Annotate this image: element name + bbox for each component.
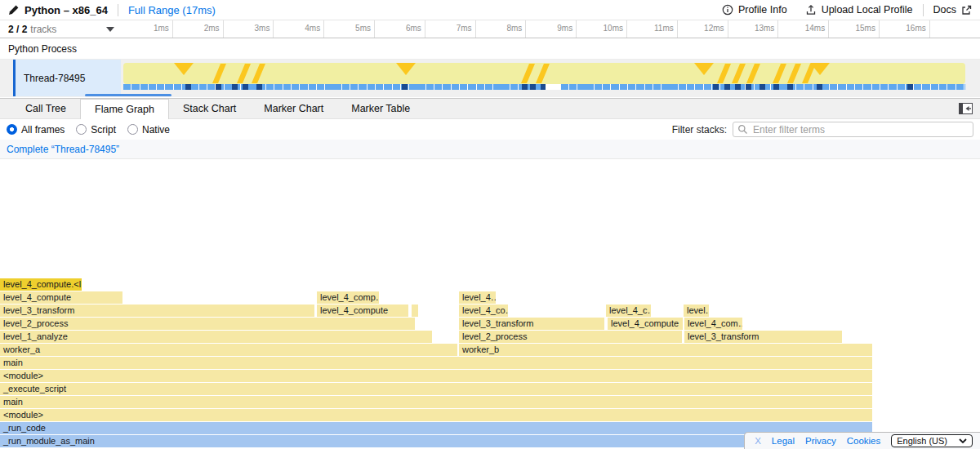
flame-block[interactable]: level_4_compute [608, 318, 683, 330]
flame-block[interactable]: level_3_transform [459, 318, 604, 330]
flame-block[interactable]: level_4_com… [684, 318, 742, 330]
chevron-down-icon [959, 438, 967, 443]
profile-info-label: Profile Info [738, 4, 787, 16]
thread-track-row[interactable]: Thread-78495 [0, 60, 980, 97]
radio-label: Script [91, 124, 116, 136]
info-icon [722, 4, 733, 16]
radio-all-frames[interactable]: All frames [7, 124, 65, 136]
ruler-tick-label: 7ms [425, 20, 476, 38]
flame-block[interactable]: level_2_process [459, 331, 682, 343]
ruler-tick-label: 4ms [274, 20, 324, 38]
language-select[interactable]: English (US) [891, 434, 973, 447]
track-scrollbar-thumb[interactable] [85, 94, 172, 96]
ruler-tick-label: 2ms [173, 20, 224, 38]
radio-icon [127, 124, 138, 135]
profile-title: Python – x86_64 [24, 4, 108, 16]
flame-block[interactable]: _execute_script [0, 383, 872, 395]
flame-block[interactable]: level_1_analyze [0, 331, 432, 343]
flame-block[interactable]: level_2_process [0, 318, 415, 330]
sample-strip-tick [256, 84, 262, 90]
flame-block[interactable]: level_4_c… [606, 305, 651, 317]
tab-marker-table[interactable]: Marker Table [337, 99, 424, 118]
filter-input-box[interactable] [733, 122, 973, 137]
flame-block[interactable]: main [0, 357, 872, 369]
ruler-tick-label: 9ms [526, 20, 577, 38]
docs-label: Docs [933, 4, 956, 16]
timeline-tracks: Python Process Thread-78495 [0, 38, 980, 98]
flame-block[interactable]: level_4_compute [317, 305, 408, 317]
footer-link-x[interactable]: X [755, 436, 761, 446]
filter-stacks: Filter stacks: [672, 122, 973, 137]
docs-link[interactable]: Docs [933, 4, 972, 16]
sample-strip-tick [232, 84, 238, 90]
tab-stack-chart[interactable]: Stack Chart [169, 99, 250, 118]
flame-block[interactable]: level_4_comp… [317, 291, 379, 304]
upload-local-profile-button[interactable]: Upload Local Profile [805, 4, 913, 16]
sample-strip-tick [243, 84, 248, 90]
radio-label: All frames [21, 124, 65, 136]
chevron-down-icon[interactable] [106, 27, 114, 32]
search-icon [737, 124, 748, 135]
radio-script[interactable]: Script [76, 124, 116, 136]
ruler-tick-label: 16ms [880, 20, 930, 38]
ruler-tick-label: 5ms [324, 20, 375, 38]
flame-block[interactable] [412, 305, 418, 317]
ruler-tick-label: 11ms [627, 20, 678, 38]
activity-markers-canvas [123, 63, 965, 84]
sample-strip-tick [185, 84, 191, 90]
flame-block[interactable]: main [0, 396, 872, 408]
upload-icon [805, 4, 817, 16]
footer-links: XLegalPrivacyCookies [755, 436, 880, 446]
footer-link-cookies[interactable]: Cookies [847, 436, 881, 446]
radio-native[interactable]: Native [127, 124, 170, 136]
flame-block[interactable]: level_4_co… [459, 305, 508, 317]
timeline-ruler[interactable]: 1ms2ms3ms4ms5ms6ms7ms8ms9ms10ms11ms12ms1… [122, 20, 980, 38]
filter-input[interactable] [751, 123, 969, 136]
breadcrumb-complete-thread[interactable]: Complete “Thread-78495” [7, 144, 119, 155]
full-range-button[interactable]: Full Range (17ms) [128, 4, 216, 16]
ruler-tick-label: 6ms [375, 20, 425, 38]
flame-block[interactable]: worker_b [459, 344, 872, 356]
frame-type-radios: All framesScriptNative [7, 124, 181, 136]
external-link-icon [961, 5, 972, 16]
tracks-count-value: 2 / 2 [8, 24, 27, 35]
thread-track-label[interactable]: Thread-78495 [13, 60, 121, 96]
sample-strip-tick [216, 84, 221, 90]
footer-link-legal[interactable]: Legal [772, 436, 795, 446]
tab-flame-graph[interactable]: Flame Graph [80, 99, 169, 119]
flame-block[interactable]: <module> [0, 409, 872, 421]
sample-strip-tick [773, 84, 779, 90]
footer-link-privacy[interactable]: Privacy [805, 436, 836, 446]
header-divider [923, 4, 924, 16]
flame-block[interactable]: _run_code [0, 422, 872, 434]
flame-block[interactable]: level_4_compute.<l… [0, 278, 82, 291]
sample-strip-tick [735, 84, 741, 90]
radio-label: Native [142, 124, 170, 136]
tab-call-tree[interactable]: Call Tree [11, 99, 80, 118]
ruler-tick-label: 1ms [122, 20, 173, 38]
sidebar-toggle-button[interactable] [959, 103, 973, 114]
flame-block[interactable]: level_3_transform [0, 305, 314, 317]
flame-block[interactable]: _run_module_as_main [0, 435, 872, 447]
edit-pencil-icon[interactable] [8, 4, 20, 16]
flame-block[interactable]: level_3_transform [684, 331, 842, 343]
sample-strip-tick [713, 84, 719, 90]
panel-tabbar: Call TreeFlame GraphStack ChartMarker Ch… [0, 98, 980, 119]
process-track-row[interactable]: Python Process [0, 38, 980, 60]
tracks-count-dropdown[interactable]: 2 / 2 tracks [0, 20, 122, 38]
flame-block[interactable]: level_4_compute [0, 291, 122, 304]
sample-strip-tick [724, 84, 730, 90]
ruler-tick-label: 3ms [224, 20, 274, 38]
flame-block[interactable]: worker_a [0, 344, 457, 356]
flame-block[interactable]: <module> [0, 370, 872, 382]
breadcrumb-row: Complete “Thread-78495” [0, 140, 980, 159]
flame-block[interactable]: level… [684, 305, 709, 317]
panel-tabs: Call TreeFlame GraphStack ChartMarker Ch… [11, 99, 424, 118]
profile-info-button[interactable]: Profile Info [722, 4, 787, 16]
tab-marker-chart[interactable]: Marker Chart [250, 99, 337, 118]
flame-block[interactable]: level_4… [459, 291, 496, 304]
thread-activity-graph[interactable] [123, 63, 965, 91]
ruler-tick-label: 15ms [829, 20, 880, 38]
sample-strip[interactable] [123, 84, 965, 90]
radio-icon [7, 124, 17, 135]
